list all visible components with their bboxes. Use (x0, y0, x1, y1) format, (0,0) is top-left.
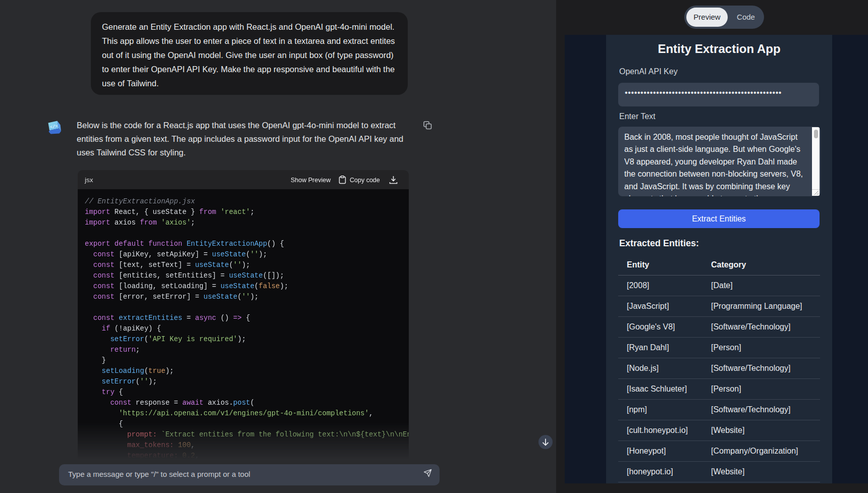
svg-text:</>: </> (49, 124, 58, 130)
